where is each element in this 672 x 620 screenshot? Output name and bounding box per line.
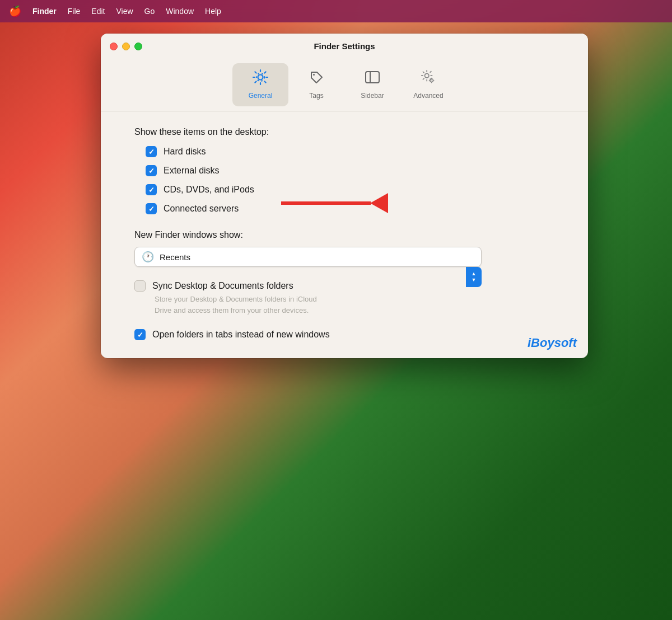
tab-advanced-label: Advanced [413, 92, 443, 100]
sidebar-icon [364, 69, 381, 88]
tab-sidebar-label: Sidebar [361, 92, 384, 100]
tab-sidebar[interactable]: Sidebar [344, 63, 400, 106]
checkmark-external-disks: ✓ [148, 167, 155, 175]
chevron-up-icon: ▲ [472, 271, 477, 276]
checkbox-cds-dvds[interactable]: ✓ [146, 184, 157, 195]
svg-rect-3 [366, 72, 379, 83]
svg-point-6 [430, 79, 433, 82]
checkmark-cds-dvds: ✓ [148, 186, 155, 194]
tabs-bar: General Tags Sidebar [101, 59, 588, 106]
checkbox-open-folders[interactable]: ✓ [134, 329, 146, 340]
tab-tags[interactable]: Tags [288, 63, 344, 106]
menubar-go[interactable]: Go [144, 7, 155, 16]
desktop-section-label: Show these items on the desktop: [134, 127, 554, 137]
iboysoft-watermark: iBoysoft [528, 336, 577, 350]
checkmark-connected-servers: ✓ [148, 205, 155, 213]
checkbox-row-hard-disks: ✓ Hard disks [146, 146, 554, 157]
menubar: 🍎 Finder File Edit View Go Window Help [0, 0, 672, 22]
close-button[interactable] [110, 43, 118, 50]
svg-point-5 [424, 73, 429, 78]
checkbox-row-open-folders: ✓ Open folders in tabs instead of new wi… [134, 329, 554, 340]
checkmark-open-folders: ✓ [137, 331, 143, 339]
apple-menu[interactable]: 🍎 [9, 5, 21, 17]
dropdown-value: Recents [160, 252, 474, 262]
chevron-down-icon: ▼ [472, 278, 477, 283]
minimize-button[interactable] [122, 43, 130, 50]
menubar-finder[interactable]: Finder [32, 7, 57, 16]
label-hard-disks: Hard disks [164, 147, 206, 157]
label-sync: Sync Desktop & Documents folders [152, 281, 293, 291]
checkbox-sync[interactable] [134, 280, 146, 292]
settings-content: Show these items on the desktop: ✓ Hard … [101, 111, 588, 358]
tag-icon [308, 69, 325, 88]
arrow-head [370, 193, 388, 213]
svg-point-2 [313, 74, 315, 76]
checkbox-external-disks[interactable]: ✓ [146, 165, 157, 176]
advanced-gear-icon [420, 69, 437, 88]
label-external-disks: External disks [164, 166, 220, 176]
checkbox-hard-disks[interactable]: ✓ [146, 146, 157, 157]
dropdown-container: 🕐 Recents ▲ ▼ [134, 247, 482, 267]
checkbox-connected-servers[interactable]: ✓ [146, 203, 157, 214]
zoom-button[interactable] [134, 43, 142, 50]
checkbox-row-external-disks: ✓ External disks [146, 165, 554, 176]
label-cds-dvds: CDs, DVDs, and iPods [164, 185, 254, 195]
new-windows-label: New Finder windows show: [134, 230, 554, 240]
titlebar: Finder Settings [101, 34, 588, 59]
tab-advanced[interactable]: Advanced [400, 63, 456, 106]
sync-subtext: Store your Desktop & Documents folders i… [155, 294, 554, 316]
label-open-folders: Open folders in tabs instead of new wind… [152, 330, 330, 340]
recents-dropdown[interactable]: 🕐 Recents [134, 247, 482, 267]
menubar-help[interactable]: Help [205, 7, 221, 16]
menubar-file[interactable]: File [68, 7, 81, 16]
clock-icon: 🕐 [142, 251, 154, 263]
tab-general[interactable]: General [232, 63, 288, 106]
traffic-lights [110, 43, 142, 50]
watermark-brand: Boysoft [531, 336, 577, 350]
checkbox-row-sync: Sync Desktop & Documents folders [134, 280, 554, 292]
checkmark-hard-disks: ✓ [148, 148, 155, 156]
menubar-window[interactable]: Window [166, 7, 194, 16]
menubar-view[interactable]: View [116, 7, 133, 16]
sync-section: Sync Desktop & Documents folders Store y… [134, 280, 554, 316]
gear-icon [252, 69, 269, 88]
new-windows-section: New Finder windows show: 🕐 Recents ▲ ▼ [134, 230, 554, 267]
red-arrow-annotation [281, 193, 388, 213]
window-title: Finder Settings [314, 41, 375, 51]
dropdown-arrow-button[interactable]: ▲ ▼ [466, 267, 482, 287]
arrow-line [281, 201, 371, 205]
svg-point-0 [258, 75, 263, 80]
tab-tags-label: Tags [309, 92, 323, 100]
label-connected-servers: Connected servers [164, 204, 239, 214]
tab-general-label: General [249, 92, 273, 100]
menubar-edit[interactable]: Edit [91, 7, 105, 16]
